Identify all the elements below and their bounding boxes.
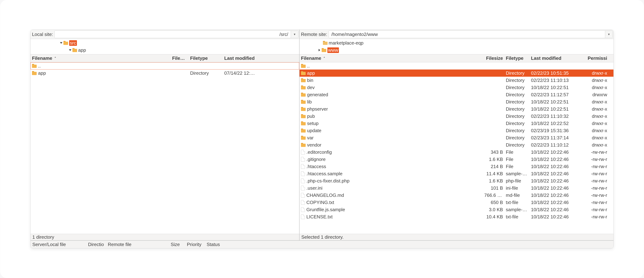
- cell-mod: 02/23/19 15:31:36: [530, 128, 582, 133]
- cell-type: File: [504, 157, 530, 162]
- cell-perm: drwxr-x: [582, 142, 608, 148]
- list-item[interactable]: phpserverDirectory10/18/22 10:22:51drwxr…: [300, 105, 614, 113]
- remote-site-combo[interactable]: ▾: [329, 30, 613, 38]
- cell-type: ini-file: [504, 185, 530, 191]
- cell-size: 343 B: [483, 149, 504, 155]
- list-item[interactable]: setupDirectory10/18/22 10:22:52drwxr-x: [300, 120, 614, 127]
- qcol-remotefile[interactable]: Remote file: [106, 242, 169, 247]
- tree-item[interactable]: marketplace-eqp: [300, 39, 614, 46]
- filename-label: Gruntfile.js.sample: [306, 207, 345, 213]
- file-icon: [301, 171, 305, 176]
- cell-type: File: [504, 149, 530, 155]
- local-site-dropdown[interactable]: ▾: [291, 31, 298, 38]
- cell-mod: 10/18/22 10:22:46: [530, 207, 582, 213]
- filename-label: .htaccess.sample: [306, 171, 342, 177]
- collapse-icon[interactable]: [60, 42, 62, 44]
- filename-label: var: [307, 135, 314, 141]
- list-item[interactable]: libDirectory10/18/22 10:22:51drwxr-x: [300, 98, 614, 105]
- file-icon: [301, 200, 305, 205]
- cell-type: sample-f…: [504, 171, 530, 177]
- filename-label: setup: [307, 121, 318, 126]
- cell-mod: 10/18/22 10:22:46: [530, 178, 582, 184]
- remote-tree[interactable]: marketplace-eqpwww: [300, 39, 614, 54]
- col-permissions[interactable]: Permissi: [582, 55, 608, 61]
- cell-size: 650 B: [483, 200, 504, 205]
- folder-icon: [32, 64, 37, 68]
- cell-type: Directory: [504, 142, 530, 148]
- list-item[interactable]: devDirectory10/18/22 10:22:51drwxr-x: [300, 84, 614, 91]
- list-item[interactable]: varDirectory02/23/23 11:37:14drwxr-x: [300, 134, 614, 141]
- qcol-direction[interactable]: Directio: [86, 242, 106, 247]
- col-filetype[interactable]: Filetype: [189, 55, 223, 61]
- cell-mod: 10/18/22 10:22:51: [530, 85, 582, 90]
- cell-perm: drwxrw: [582, 92, 608, 97]
- file-icon: [301, 214, 305, 219]
- transfer-queue-header[interactable]: Server/Local file Directio Remote file S…: [30, 240, 614, 248]
- col-filesize[interactable]: Filesize: [171, 55, 189, 61]
- col-filesize[interactable]: Filesize: [483, 55, 504, 61]
- cell-type: Directory: [504, 106, 530, 112]
- remote-status: Selected 1 directory.: [300, 234, 614, 240]
- cell-mod: 10/18/22 10:22:46: [530, 185, 582, 191]
- list-item[interactable]: .user.ini101 Bini-file10/18/22 10:22:46-…: [300, 184, 614, 192]
- list-item[interactable]: .htaccess214 BFile10/18/22 10:22:46-rw-r…: [300, 163, 614, 170]
- local-list-header[interactable]: Filename˄ Filesize Filetype Last modifie…: [30, 54, 299, 62]
- folder-icon: [32, 71, 37, 75]
- list-item[interactable]: .editorconfig343 BFile10/18/22 10:22:46-…: [300, 149, 614, 156]
- local-site-combo[interactable]: ▾: [54, 30, 298, 38]
- tree-item[interactable]: app: [30, 46, 299, 54]
- col-filetype[interactable]: Filetype: [504, 55, 530, 61]
- list-item[interactable]: ..: [300, 62, 614, 69]
- tree-item[interactable]: src: [30, 39, 299, 46]
- cell-mod: 10/18/22 10:22:46: [530, 193, 582, 198]
- folder-icon: [301, 136, 306, 140]
- cell-perm: drwxr-x: [582, 128, 608, 133]
- filename-label: app: [38, 70, 46, 76]
- list-item[interactable]: ..: [30, 62, 299, 69]
- col-filename[interactable]: Filename: [32, 55, 52, 61]
- list-item[interactable]: COPYING.txt650 Btxt-file10/18/22 10:22:4…: [300, 199, 614, 206]
- filename-label: .htaccess: [306, 164, 326, 169]
- col-filename[interactable]: Filename: [301, 55, 321, 61]
- local-tree[interactable]: srcapp: [30, 39, 299, 54]
- cell-size: 1.6 KB: [483, 157, 504, 162]
- col-lastmod[interactable]: Last modified: [223, 55, 259, 61]
- qcol-size[interactable]: Size: [169, 242, 185, 247]
- list-item[interactable]: CHANGELOG.md766.6 KBmd-file10/18/22 10:2…: [300, 192, 614, 199]
- remote-file-list[interactable]: ..appDirectory02/22/23 10:51:35drwxr-xbi…: [300, 62, 614, 234]
- qcol-status[interactable]: Status: [205, 242, 226, 247]
- cell-mod: 10/18/22 10:22:46: [530, 157, 582, 162]
- list-item[interactable]: binDirectory02/22/23 11:10:13drwxr-x: [300, 77, 614, 84]
- expand-icon[interactable]: [318, 49, 320, 51]
- filename-label: CHANGELOG.md: [306, 193, 344, 198]
- list-item[interactable]: appDirectory07/14/22 12:2…: [30, 69, 299, 77]
- list-item[interactable]: Gruntfile.js.sample3.0 KBsample-f…10/18/…: [300, 206, 614, 213]
- cell-perm: drwxr-x: [582, 106, 608, 112]
- list-item[interactable]: vendorDirectory02/22/23 11:10:12drwxr-x: [300, 141, 614, 149]
- folder-icon: [301, 129, 306, 133]
- list-item[interactable]: appDirectory02/22/23 10:51:35drwxr-x: [300, 69, 614, 77]
- remote-site-dropdown[interactable]: ▾: [605, 31, 612, 38]
- collapse-icon[interactable]: [69, 49, 72, 51]
- list-item[interactable]: generatedDirectory02/22/23 11:12:57drwxr…: [300, 91, 614, 98]
- list-item[interactable]: .gitignore1.6 KBFile10/18/22 10:22:46-rw…: [300, 156, 614, 163]
- folder-icon: [301, 93, 306, 97]
- tree-item[interactable]: www: [300, 46, 614, 54]
- sort-ascending-icon: ˄: [324, 56, 325, 60]
- qcol-serverlocal[interactable]: Server/Local file: [30, 242, 86, 247]
- list-item[interactable]: updateDirectory02/23/19 15:31:36drwxr-x: [300, 127, 614, 134]
- filename-label: update: [307, 128, 322, 133]
- local-file-list[interactable]: ..appDirectory07/14/22 12:2…: [30, 62, 299, 234]
- local-site-input[interactable]: [54, 31, 291, 38]
- list-item[interactable]: .htaccess.sample11.4 KBsample-f…10/18/22…: [300, 170, 614, 177]
- remote-list-header[interactable]: Filename˄ Filesize Filetype Last modifie…: [300, 54, 614, 62]
- remote-site-input[interactable]: [329, 31, 605, 38]
- remote-site-bar: Remote site: ▾: [300, 30, 614, 39]
- file-manager-window: Local site: ▾ srcapp Filename˄ Filesize …: [30, 30, 614, 248]
- list-item[interactable]: pubDirectory02/22/23 11:10:32drwxr-x: [300, 113, 614, 120]
- qcol-priority[interactable]: Priority: [185, 242, 205, 247]
- list-item[interactable]: .php-cs-fixer.dist.php1.6 KBphp-file10/1…: [300, 177, 614, 184]
- list-item[interactable]: LICENSE.txt10.4 KBtxt-file10/18/22 10:22…: [300, 213, 614, 220]
- col-lastmod[interactable]: Last modified: [530, 55, 582, 61]
- cell-type: Directory: [504, 70, 530, 76]
